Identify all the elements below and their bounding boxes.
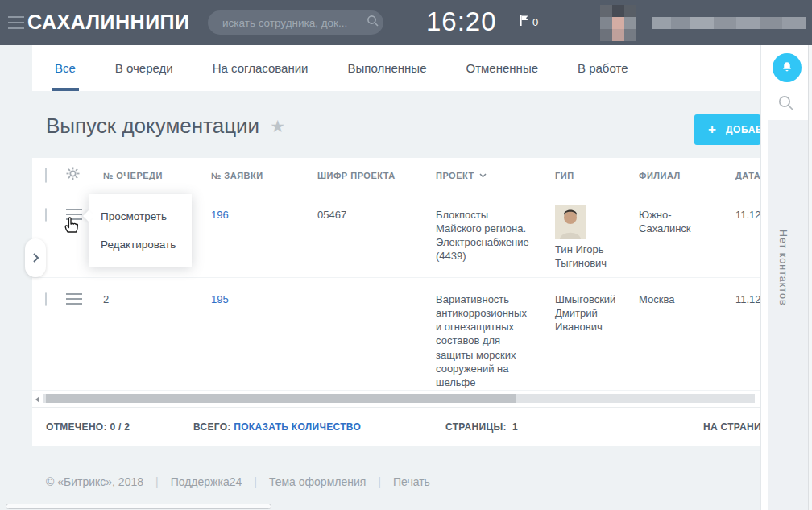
- app-screen: САХАЛИННИПИ 16:20 0 Все В очереди На сог…: [0, 0, 812, 510]
- grid-horizontal-scrollbar: [32, 391, 760, 407]
- cell-date: 11.12: [735, 193, 760, 277]
- cell-project: Блокпосты Майского региона. Электроснабж…: [436, 193, 555, 277]
- row-context-menu: Просмотреть Редактировать: [89, 194, 192, 267]
- user-avatar-blurred[interactable]: [600, 5, 636, 41]
- rail-search-button[interactable]: [777, 94, 794, 114]
- total-counter: ВСЕГО: ПОКАЗАТЬ КОЛИЧЕСТВО: [193, 421, 361, 433]
- status-tabs: Все В очереди На согласовании Выполненны…: [32, 45, 760, 91]
- footer-divider: |: [254, 475, 257, 488]
- select-all-checkbox[interactable]: [45, 168, 47, 183]
- show-count-link[interactable]: ПОКАЗАТЬ КОЛИЧЕСТВО: [234, 421, 361, 433]
- column-gip[interactable]: ГИП: [555, 171, 639, 180]
- table-row: 2 195 Вариативность антикоррозионных и о…: [32, 278, 760, 391]
- gip-avatar: [555, 205, 586, 239]
- pages-counter: СТРАНИЦЫ: 1: [445, 421, 518, 433]
- add-button[interactable]: + ДОБАВИТЬ: [694, 114, 760, 145]
- tab-approval[interactable]: На согласовании: [213, 45, 309, 91]
- chevron-down-icon: [479, 173, 487, 178]
- page-title: Выпуск документации: [46, 114, 259, 139]
- right-rail: Нет контактов: [760, 45, 812, 510]
- cell-gip: Шмыговский Дмитрий Иванович: [555, 278, 639, 390]
- search-icon[interactable]: [367, 15, 379, 31]
- cell-gip: Тин Игорь Тыгинович: [555, 193, 639, 277]
- flag-counter[interactable]: 0: [520, 15, 538, 28]
- chevron-right-icon: [32, 252, 39, 263]
- tab-done[interactable]: Выполненные: [348, 45, 427, 91]
- row-menu-button[interactable]: [66, 293, 82, 305]
- scroll-left-arrow[interactable]: [35, 396, 39, 403]
- page-footer: © «Битрикс», 2018 | Поддержка24 | Тема о…: [46, 475, 430, 488]
- support-link[interactable]: Поддержка24: [171, 475, 242, 488]
- cell-code: [317, 278, 436, 390]
- context-menu-view[interactable]: Просмотреть: [89, 202, 192, 230]
- theme-link[interactable]: Тема оформления: [269, 475, 366, 488]
- tab-all[interactable]: Все: [55, 45, 76, 91]
- global-search-input[interactable]: [221, 16, 367, 30]
- per-page-selector[interactable]: НА СТРАНИЦЕ:: [703, 421, 760, 433]
- mouse-cursor-icon: [61, 214, 81, 238]
- print-link[interactable]: Печать: [393, 475, 430, 488]
- browser-scrollbar-gutter[interactable]: [808, 45, 812, 510]
- context-menu-edit[interactable]: Редактировать: [89, 230, 192, 259]
- bell-icon: [780, 60, 794, 75]
- column-date[interactable]: ДАТА: [735, 171, 760, 180]
- column-project[interactable]: ПРОЕКТ: [436, 171, 555, 180]
- cell-queue: 2: [103, 278, 211, 390]
- footer-divider: |: [155, 475, 159, 488]
- checked-counter: ОТМЕЧЕНО: 0 / 2: [46, 421, 130, 433]
- request-link[interactable]: 196: [211, 209, 229, 221]
- column-queue[interactable]: № ОЧЕРЕДИ: [103, 171, 211, 180]
- column-code[interactable]: ШИФР ПРОЕКТА: [317, 171, 436, 180]
- cell-branch: Москва: [639, 278, 735, 390]
- row-checkbox[interactable]: [45, 292, 47, 306]
- grid-header-row: № ОЧЕРЕДИ № ЗАЯВКИ ШИФР ПРОЕКТА ПРОЕКТ Г…: [32, 158, 760, 193]
- expand-panel-button[interactable]: [25, 238, 46, 277]
- notifications-button[interactable]: [773, 53, 802, 82]
- grid-footer: ОТМЕЧЕНО: 0 / 2 ВСЕГО: ПОКАЗАТЬ КОЛИЧЕСТ…: [32, 407, 760, 446]
- page-horizontal-scrollbar[interactable]: [6, 504, 271, 509]
- global-search[interactable]: [208, 10, 383, 35]
- company-logo: САХАЛИННИПИ: [27, 10, 190, 34]
- tab-in-progress[interactable]: В работе: [578, 45, 628, 91]
- user-name-blurred[interactable]: [652, 17, 806, 29]
- grid-settings-button[interactable]: [66, 167, 103, 184]
- cell-project: Вариативность антикоррозионных и огнезащ…: [436, 278, 555, 390]
- search-icon: [777, 94, 794, 111]
- favorite-star-icon[interactable]: ★: [270, 118, 285, 135]
- plus-icon: +: [708, 122, 716, 138]
- clock[interactable]: 16:20: [426, 6, 497, 37]
- rail-background: [768, 120, 812, 510]
- cell-code: 05467: [317, 193, 436, 277]
- request-link[interactable]: 195: [211, 293, 229, 305]
- menu-burger-icon[interactable]: [8, 16, 24, 29]
- flag-count: 0: [532, 16, 538, 28]
- tab-queued[interactable]: В очереди: [115, 45, 173, 91]
- no-contacts-label: Нет контактов: [777, 230, 789, 306]
- flag-icon: [520, 15, 528, 28]
- column-request[interactable]: № ЗАЯВКИ: [211, 171, 317, 180]
- top-bar: САХАЛИННИПИ 16:20 0: [0, 0, 812, 45]
- footer-divider: |: [378, 475, 381, 488]
- tab-cancelled[interactable]: Отмененные: [466, 45, 539, 91]
- column-branch[interactable]: ФИЛИАЛ: [639, 171, 735, 180]
- cell-branch: Южно-Сахалинск: [639, 193, 735, 277]
- cell-date: 11.12: [735, 278, 760, 390]
- gear-icon: [66, 167, 80, 180]
- scrollbar-thumb[interactable]: [46, 394, 516, 403]
- row-checkbox[interactable]: [45, 208, 47, 222]
- copyright: © «Битрикс», 2018: [46, 475, 143, 488]
